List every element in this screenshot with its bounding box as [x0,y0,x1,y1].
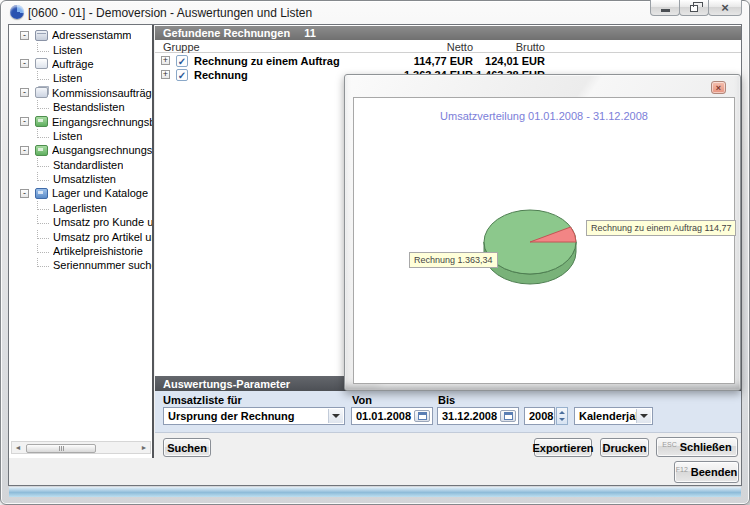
bis-date-value: 31.12.2008 [442,410,497,422]
cards-icon [35,30,48,41]
chevron-down-icon[interactable] [636,409,651,423]
close-icon: × [721,1,729,15]
expand-icon[interactable]: + [161,70,170,79]
scroll-right-icon[interactable]: ► [138,442,150,453]
tree-item[interactable]: - Kommissionsaufträge [9,86,152,100]
window-bottom-glass [9,487,741,497]
scrollbar-thumb[interactable] [26,444,96,453]
tree-item-label: Kommissionsaufträge [52,87,152,99]
tree-horizontal-scrollbar[interactable]: ◄ ► [11,441,151,454]
tree-connector [37,129,49,138]
tree-subitem[interactable]: Standardlisten [9,158,152,172]
pie-chart [354,98,734,383]
scroll-left-icon[interactable]: ◄ [12,442,24,453]
tree-connector [37,71,49,80]
von-date-value: 01.01.2008 [356,410,411,422]
year-spinner[interactable] [556,407,568,425]
row-checkbox[interactable]: ✓ [176,55,188,67]
von-date-input[interactable]: 01.01.2008 [351,407,433,425]
tree-subitem[interactable]: Listen [9,71,152,85]
row-checkbox[interactable]: ✓ [176,69,188,81]
pie-slice-label: Rechnung zu einem Auftrag 114,77 [586,220,736,236]
spinner-down-icon[interactable] [557,416,567,424]
tree-subitem[interactable]: Seriennummer suchen [9,258,152,272]
tree-item-label: Adressenstamm [52,29,131,41]
results-header: Gefundene Rechnungen 11 [155,26,741,40]
tree-subitem-label: Artikelpreishistorie [53,245,143,257]
tree-connector [37,229,49,238]
expand-icon[interactable]: + [161,56,170,65]
tree-item[interactable]: - Lager und Kataloge [9,186,152,200]
chevron-down-icon[interactable] [328,409,343,423]
tree-item[interactable]: - Adressenstamm [9,28,152,42]
pie-slice-label: Rechnung 1.363,34 [409,252,498,268]
bis-calendar-button[interactable] [500,410,516,422]
f12-key-hint: F12 [676,466,688,473]
year-value: 2008 [529,410,553,422]
tree-subitem[interactable]: Umsatz pro Artikel und Kunde [9,229,152,243]
tree-item[interactable]: - Ausgangsrechnungsbuch [9,143,152,157]
filter-label: Umsatzliste für [163,394,242,406]
collapse-icon[interactable]: - [20,117,29,126]
spinner-up-icon[interactable] [557,408,567,416]
schliessen-button[interactable]: ESC Schließen [656,437,738,457]
tree-subitem-label: Listen [53,72,82,84]
tree-connector [37,244,49,253]
tree-subitem[interactable]: Umsatz pro Kunde und Artikel [9,215,152,229]
app-window: [0600 - 01] - Demoversion - Auswertungen… [0,0,750,505]
green-book-icon [35,145,48,156]
tree-item-label: Eingangsrechnungsbuch [52,116,152,128]
tree-item[interactable]: - Eingangsrechnungsbuch [9,114,152,128]
results-count: 11 [304,27,316,39]
app-icon [10,5,24,19]
exportieren-button[interactable]: Exportieren [534,438,592,457]
invoice-group-label: Rechnung [194,69,248,81]
collapse-icon[interactable]: - [20,59,29,68]
tree-subitem[interactable]: Listen [9,129,152,143]
umsatzliste-select[interactable]: Ursprung der Rechnung [163,407,345,425]
chart-area: Umsatzverteilung 01.01.2008 - 31.12.2008… [353,97,735,384]
documents-icon [35,87,48,98]
invoice-group-label: Rechnung zu einem Auftrag [194,55,340,67]
bis-date-input[interactable]: 31.12.2008 [437,407,519,425]
zeitraum-select[interactable]: Kalenderjahr [574,407,653,425]
params-header-label: Auswertungs-Parameter [163,378,290,390]
green-book-icon [35,116,48,127]
von-calendar-button[interactable] [414,410,430,422]
tree-connector [37,42,49,51]
tree-subitem[interactable]: Artikelpreishistorie [9,244,152,258]
restore-button[interactable] [679,0,709,16]
umsatzliste-value: Ursprung der Rechnung [168,410,295,422]
popup-close-button[interactable]: × [711,81,726,94]
tree-subitem[interactable]: Bestandslisten [9,100,152,114]
suchen-button[interactable]: Suchen [163,438,211,457]
column-brutto[interactable]: Brutto [455,41,545,53]
beenden-button[interactable]: F12 Beenden [674,461,739,483]
tree-subitem-label: Listen [53,44,82,56]
tree-subitem-label: Umsatzlisten [53,173,116,185]
collapse-icon[interactable]: - [20,146,29,155]
calendar-icon [504,412,513,420]
tree-subitem-label: Standardlisten [53,159,123,171]
tree-subitem[interactable]: Lagerlisten [9,201,152,215]
tree-subitem[interactable]: Listen [9,42,152,56]
tree-subitem-label: Umsatz pro Kunde und Artikel [53,216,152,228]
collapse-icon[interactable]: - [20,189,29,198]
tree-subitem[interactable]: Umsatzlisten [9,172,152,186]
close-button[interactable]: × [708,0,742,16]
table-row: + ✓ Rechnung zu einem Auftrag 114,77 EUR… [155,54,741,68]
tree-connector [37,215,49,224]
table-header: Gruppe Netto Brutto [155,40,741,53]
drucken-button[interactable]: Drucken [600,438,649,457]
year-input[interactable]: 2008 [524,407,555,425]
minimize-icon [661,9,670,12]
close-icon: × [716,83,721,93]
navigation-tree: - Adressenstamm Listen - Aufträge Listen… [9,28,152,273]
tree-item-label: Lager und Kataloge [52,187,148,199]
collapse-icon[interactable]: - [20,31,29,40]
collapse-icon[interactable]: - [20,88,29,97]
chart-popup-window: × Umsatzverteilung 01.01.2008 - 31.12.20… [344,74,741,391]
column-gruppe[interactable]: Gruppe [163,41,200,53]
minimize-button[interactable] [650,0,680,16]
tree-item[interactable]: - Aufträge [9,57,152,71]
